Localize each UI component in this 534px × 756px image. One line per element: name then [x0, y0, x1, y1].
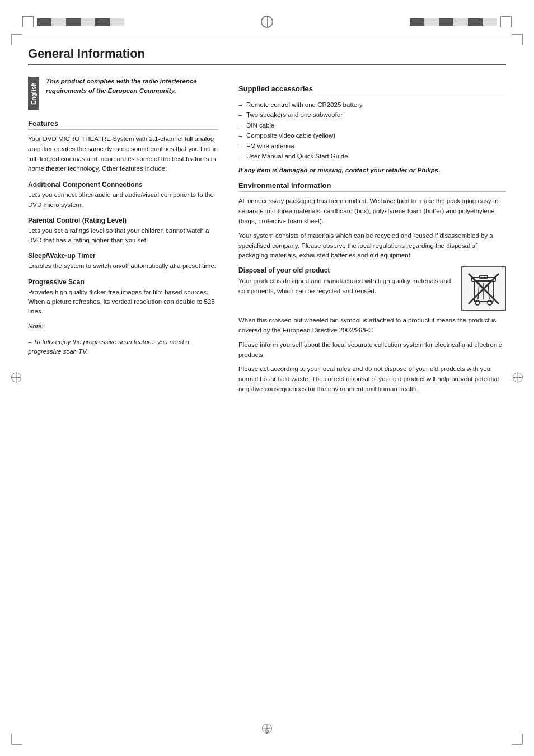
corner-mark-tl — [11, 34, 22, 45]
accessory-item-3: DIN cable — [238, 120, 506, 130]
page-number: 6 — [265, 727, 269, 735]
page: General Information English This product… — [0, 0, 534, 756]
disposal-para2: When this crossed-out wheeled bin symbol… — [238, 316, 506, 336]
accessories-warning: If any item is damaged or missing, conta… — [238, 167, 506, 173]
svg-rect-2 — [480, 275, 488, 278]
top-left-checkers — [22, 16, 124, 27]
supplied-accessories-title: Supplied accessories — [238, 84, 506, 95]
top-right-checkers — [410, 16, 512, 27]
accessory-item-2: Two speakers and one subwoofer — [238, 110, 506, 120]
feature-title-1: Additional Component Connections — [28, 181, 218, 189]
accessory-item-1: Remote control with one CR2025 battery — [238, 100, 506, 110]
note-label: Note: — [28, 322, 218, 331]
note-block: Note: – To fully enjoy the progressive s… — [28, 322, 218, 356]
accessory-item-5: FM wire antenna — [238, 141, 506, 151]
env-para1: All unnecessary packaging has been omitt… — [238, 196, 506, 226]
corner-mark-tr — [512, 34, 523, 45]
top-bar — [0, 0, 534, 34]
environmental-section-title: Environmental information — [238, 181, 506, 192]
left-column: English This product complies with the r… — [28, 77, 218, 399]
features-section-title: Features — [28, 119, 218, 130]
wheeled-bin-svg — [464, 269, 503, 308]
intro-block: English This product complies with the r… — [28, 77, 218, 110]
feature-additional-connections: Additional Component Connections Lets yo… — [28, 181, 218, 210]
feature-title-2: Parental Control (Rating Level) — [28, 217, 218, 224]
feature-progressive-scan: Progressive Scan Provides high quality f… — [28, 278, 218, 317]
feature-desc-1: Lets you connect other audio and audio/v… — [28, 190, 218, 210]
env-para2: Your system consists of materials which … — [238, 231, 506, 261]
wheeled-bin-image — [461, 266, 506, 311]
accessory-item-4: Composite video cable (yellow) — [238, 130, 506, 140]
accessory-item-6: User Manual and Quick Start Guide — [238, 151, 506, 161]
accessories-list: Remote control with one CR2025 battery T… — [238, 100, 506, 161]
disposal-text: Disposal of your old product Your produc… — [238, 266, 455, 301]
page-title: General Information — [28, 46, 506, 65]
two-column-layout: English This product complies with the r… — [28, 77, 506, 399]
feature-desc-4: Provides high quality flicker-free image… — [28, 288, 218, 317]
left-crosshair — [11, 372, 21, 384]
right-crosshair — [513, 372, 523, 384]
note-text: – To fully enjoy the progressive scan fe… — [28, 337, 218, 357]
intro-text: This product complies with the radio int… — [46, 77, 218, 96]
right-column: Supplied accessories Remote control with… — [238, 77, 506, 399]
feature-desc-2: Lets you set a ratings level so that you… — [28, 226, 218, 246]
main-content: General Information English This product… — [0, 36, 534, 421]
feature-parental-control: Parental Control (Rating Level) Lets you… — [28, 217, 218, 246]
disposal-title: Disposal of your old product — [238, 266, 455, 274]
top-center-crosshair — [261, 16, 273, 28]
english-tab: English — [28, 77, 39, 110]
feature-title-3: Sleep/Wake-up Timer — [28, 252, 218, 260]
disposal-para3: Please inform yourself about the local s… — [238, 340, 506, 360]
feature-title-4: Progressive Scan — [28, 278, 218, 286]
feature-desc-3: Enables the system to switch on/off auto… — [28, 261, 218, 271]
disposal-para1: Your product is designed and manufacture… — [238, 276, 455, 297]
disposal-para4: Please act according to your local rules… — [238, 364, 506, 394]
disposal-block: Disposal of your old product Your produc… — [238, 266, 506, 311]
feature-sleep-timer: Sleep/Wake-up Timer Enables the system t… — [28, 252, 218, 271]
features-intro: Your DVD MICRO THEATRE System with 2.1-c… — [28, 134, 218, 174]
